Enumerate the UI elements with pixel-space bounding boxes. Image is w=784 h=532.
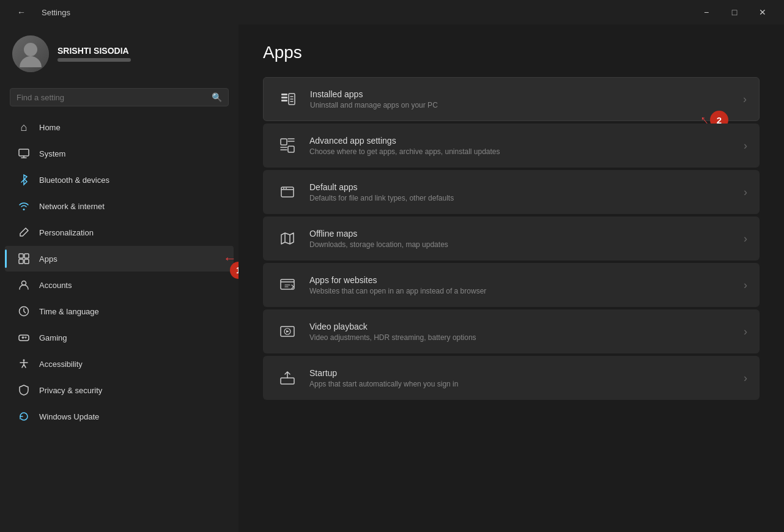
user-profile[interactable]: SRISHTI SISODIA <box>0 24 239 83</box>
svg-rect-22 <box>281 378 294 384</box>
svg-rect-10 <box>281 94 287 95</box>
window-controls: − □ ✕ <box>692 0 777 24</box>
settings-item-installed-apps[interactable]: Installed apps Uninstall and manage apps… <box>263 77 760 121</box>
chevron-right-icon: › <box>744 325 747 338</box>
sidebar-item-time[interactable]: Time & language <box>5 298 234 324</box>
settings-item-title: Installed apps <box>310 89 737 99</box>
svg-point-9 <box>23 360 25 361</box>
svg-rect-1 <box>19 254 23 258</box>
settings-item-video-playback[interactable]: Video playback Video adjustments, HDR st… <box>263 309 760 353</box>
sidebar-item-apps[interactable]: Apps ← 1 <box>5 246 234 272</box>
sidebar-item-label: Windows Update <box>39 412 99 421</box>
settings-item-offline-maps[interactable]: Offline maps Downloads, storage location… <box>263 216 760 260</box>
chevron-right-icon: › <box>744 279 747 292</box>
user-info: SRISHTI SISODIA <box>57 46 131 62</box>
sidebar-item-label: System <box>39 149 65 158</box>
sidebar-item-update[interactable]: Windows Update <box>5 404 234 429</box>
sidebar-item-label: Apps <box>39 254 57 264</box>
svg-rect-4 <box>24 259 29 264</box>
titlebar-title: Settings <box>42 8 70 17</box>
sidebar-item-label: Privacy & security <box>39 386 102 395</box>
svg-point-8 <box>25 338 26 339</box>
settings-item-title: Offline maps <box>309 229 738 238</box>
personalization-icon <box>17 226 31 239</box>
sidebar-item-label: Gaming <box>39 333 67 342</box>
chevron-right-icon: › <box>744 186 747 199</box>
settings-item-title: Startup <box>309 368 738 378</box>
titlebar: ← Settings − □ ✕ <box>0 0 784 24</box>
sidebar-item-label: Accounts <box>39 281 72 290</box>
sidebar-item-label: Time & language <box>39 307 99 316</box>
settings-item-desc: Choose where to get apps, archive apps, … <box>309 147 738 156</box>
svg-rect-16 <box>281 187 294 197</box>
sidebar-item-accounts[interactable]: Accounts <box>5 272 234 298</box>
settings-list: Installed apps Uninstall and manage apps… <box>263 77 760 400</box>
svg-rect-2 <box>24 254 29 258</box>
sidebar-item-bluetooth[interactable]: Bluetooth & devices <box>5 167 234 193</box>
offline-maps-icon <box>275 226 300 251</box>
settings-item-default-apps[interactable]: Default apps Defaults for file and link … <box>263 170 760 214</box>
settings-item-title: Default apps <box>309 182 738 192</box>
svg-rect-0 <box>19 149 29 156</box>
sidebar-item-accessibility[interactable]: Accessibility <box>5 351 234 377</box>
settings-item-startup[interactable]: Startup Apps that start automatically wh… <box>263 356 760 400</box>
settings-item-desc: Apps that start automatically when you s… <box>309 380 738 388</box>
accounts-icon <box>17 278 31 292</box>
settings-item-text: Installed apps Uninstall and manage apps… <box>310 89 737 109</box>
sidebar-item-home[interactable]: Home <box>5 114 234 140</box>
search-box[interactable]: 🔍 <box>10 88 229 106</box>
home-icon <box>17 120 31 134</box>
sidebar-item-privacy[interactable]: Privacy & security <box>5 377 234 403</box>
avatar <box>12 35 49 72</box>
settings-item-text: Video playback Video adjustments, HDR st… <box>309 322 738 342</box>
minimize-button[interactable]: − <box>692 0 720 24</box>
settings-item-desc: Uninstall and manage apps on your PC <box>310 101 737 109</box>
chevron-right-icon: › <box>743 93 747 106</box>
sidebar-item-gaming[interactable]: Gaming <box>5 325 234 350</box>
main-layout: SRISHTI SISODIA 🔍 Home <box>0 24 784 532</box>
settings-item-desc: Websites that can open in an app instead… <box>309 287 738 295</box>
startup-icon <box>275 366 300 390</box>
svg-rect-12 <box>281 100 287 102</box>
search-input[interactable] <box>17 93 207 102</box>
settings-item-desc: Downloads, storage location, map updates <box>309 240 738 249</box>
sidebar-item-label: Bluetooth & devices <box>39 175 109 185</box>
search-icon: 🔍 <box>212 92 222 102</box>
privacy-icon <box>17 383 31 397</box>
settings-item-advanced-app-settings[interactable]: Advanced app settings Choose where to ge… <box>263 124 760 168</box>
installed-apps-icon <box>276 87 300 111</box>
sidebar-item-system[interactable]: System <box>5 141 234 166</box>
settings-item-title: Video playback <box>309 322 738 331</box>
sidebar-item-network[interactable]: Network & internet <box>5 193 234 219</box>
back-button[interactable]: ← <box>7 0 35 24</box>
settings-item-desc: Video adjustments, HDR streaming, batter… <box>309 333 738 342</box>
video-playback-icon <box>275 319 300 344</box>
settings-item-text: Default apps Defaults for file and link … <box>309 182 738 202</box>
user-name: SRISHTI SISODIA <box>57 46 131 56</box>
chevron-right-icon: › <box>744 232 747 245</box>
settings-item-text: Apps for websites Websites that can open… <box>309 275 738 295</box>
network-icon <box>17 199 31 213</box>
svg-rect-11 <box>281 97 287 98</box>
svg-rect-15 <box>288 146 294 152</box>
settings-item-text: Startup Apps that start automatically wh… <box>309 368 738 388</box>
settings-item-title: Apps for websites <box>309 275 738 285</box>
sidebar-item-label: Personalization <box>39 228 94 237</box>
system-icon <box>17 147 31 160</box>
sidebar-item-label: Home <box>39 123 61 132</box>
default-apps-icon <box>275 180 300 204</box>
svg-point-18 <box>286 188 287 189</box>
chevron-right-icon: › <box>744 139 747 152</box>
user-bar <box>57 58 131 62</box>
sidebar-item-personalization[interactable]: Personalization <box>5 220 234 245</box>
advanced-app-settings-icon <box>275 133 300 158</box>
close-button[interactable]: ✕ <box>749 0 777 24</box>
settings-item-desc: Defaults for file and link types, other … <box>309 194 738 202</box>
svg-point-17 <box>283 188 284 189</box>
content-area: Apps Installed apps Uninstall and manage… <box>239 24 784 532</box>
maximize-button[interactable]: □ <box>720 0 749 24</box>
settings-item-apps-for-websites[interactable]: Apps for websites Websites that can open… <box>263 263 760 307</box>
page-title: Apps <box>263 43 760 62</box>
settings-item-text: Offline maps Downloads, storage location… <box>309 229 738 249</box>
update-icon <box>17 410 31 423</box>
